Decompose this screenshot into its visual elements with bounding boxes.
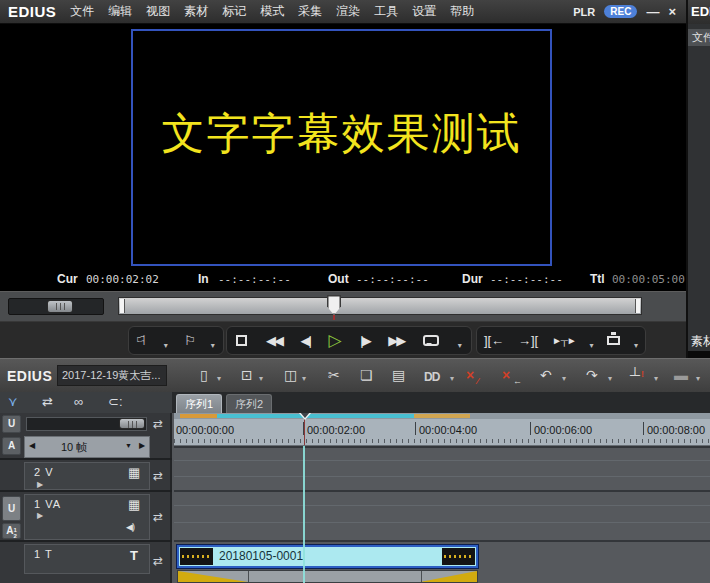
next-frame-icon[interactable]: |▶ [360,334,369,347]
timeline-tracks[interactable]: 20180105-0001 [174,446,710,583]
paste-icon[interactable]: ▤ [392,367,405,383]
menu-edit[interactable]: 编辑 [108,3,132,20]
ruler-tick-label: 00:00:08:00 [647,424,705,436]
shuttle-slider[interactable] [8,298,104,315]
loop-dropdown-icon[interactable]: ▾ [458,341,462,350]
expand-track-icon[interactable]: ▶ [37,480,43,489]
sync-lock-1t-icon[interactable]: ⇄ [153,554,163,568]
grip-lines-icon [128,421,137,428]
tab-sequence-1[interactable]: 序列1 [176,394,222,413]
timeline-body: U ⇄ A ◀ 10 帧 ▼ ▶ 2 V ▶ ▦ [0,413,710,583]
sync-lock-1va-icon[interactable]: ⇄ [153,510,163,524]
tab-sequence-2[interactable]: 序列2 [226,394,272,413]
menu-mode[interactable]: 模式 [260,3,284,20]
export-dropdown-icon[interactable]: ▾ [634,341,638,350]
new-sequence-icon[interactable]: ▯ [200,367,208,383]
va-video-mute-button[interactable]: U [2,496,21,521]
ruler-major-tick [643,422,644,435]
menu-capture[interactable]: 采集 [298,3,322,20]
track-header-1va[interactable]: U A12 1 VA ▶ ▦ ◀) ⇄ [0,490,172,540]
loop-playback-icon[interactable] [423,335,439,346]
play-icon[interactable]: ▷ [329,334,342,347]
ripple-sync-icon[interactable]: ⇄ [153,417,163,431]
previous-frame-icon[interactable]: ◀| [301,334,310,347]
undo-dropdown-icon[interactable]: ▾ [562,374,566,383]
fast-forward-icon[interactable]: ▶▶ [388,334,404,347]
track-header-1t[interactable]: 1 T T ⇄ [0,540,172,583]
va-audio-channel-button[interactable]: A12 [2,523,21,539]
redo-dropdown-icon[interactable]: ▾ [608,374,612,383]
minimize-button[interactable]: — [646,5,659,18]
menu-file[interactable]: 文件 [70,3,94,20]
scale-next-icon[interactable]: ▶ [139,441,145,450]
add-between-dropdown-icon[interactable]: ▾ [450,374,454,383]
stop-icon[interactable] [236,335,247,346]
plr-mode-button[interactable]: PLR [573,6,595,18]
open-project-icon[interactable]: ⊡ [241,367,253,383]
sync-lock-2v-icon[interactable]: ⇄ [153,469,163,483]
title-mixer-strip[interactable] [177,570,478,583]
play-around-cursor-icon[interactable]: ►┬► [552,334,576,347]
expand-track-icon[interactable]: ▶ [37,511,43,520]
menu-view[interactable]: 视图 [146,3,170,20]
rec-mode-button[interactable]: REC [604,5,637,18]
menu-settings[interactable]: 设置 [412,3,436,20]
cut-icon[interactable]: ✂ [328,367,340,383]
goto-in-point-icon[interactable]: ][← [484,334,504,347]
scale-selector-row: A ◀ 10 帧 ▼ ▶ [0,436,172,458]
new-dropdown-icon[interactable]: ▾ [217,374,221,383]
track-patch-icon[interactable]: ⋎ [8,394,18,409]
menu-marker[interactable]: 标记 [222,3,246,20]
timeline-zoom-slider[interactable] [26,417,147,431]
playhead-marker[interactable] [291,413,319,420]
menu-render[interactable]: 渲染 [336,3,360,20]
trim-dropdown-icon[interactable]: ▾ [696,374,700,383]
ripple-delete-x-icon[interactable]: × [466,367,474,383]
add-between-icon[interactable]: DD [424,369,439,385]
title-clip[interactable]: 20180105-0001 [177,545,478,568]
timeline-scale-selector[interactable]: ◀ 10 帧 ▼ ▶ [24,436,150,458]
add-cut-point-icon[interactable]: ┴ [630,367,640,383]
seek-bar[interactable] [118,297,642,315]
undo-icon[interactable]: ↶ [540,367,552,383]
menu-clip[interactable]: 素材 [184,3,208,20]
set-out-dropdown-icon[interactable]: ▾ [211,341,215,350]
save-project-icon[interactable]: ◫ [284,367,297,383]
seekbar-playhead-tick [333,315,335,320]
track-name-1va: 1 VA [34,498,61,510]
ripple-mode-icon[interactable]: ∞ [74,394,83,409]
delete-in-out-x-icon[interactable]: × [502,367,510,383]
video-track-icon: ▦ [128,465,140,480]
zoom-slider-handle[interactable] [119,418,145,429]
set-in-flag-icon[interactable]: ⚐ [137,334,147,347]
add-cut-dropdown-icon[interactable]: ▾ [654,374,658,383]
menu-help[interactable]: 帮助 [450,3,474,20]
rewind-icon[interactable]: ◀◀ [266,334,282,347]
redo-icon[interactable]: ↷ [586,367,598,383]
shuttle-handle[interactable] [47,300,73,313]
sync-mode-icon[interactable]: ⇄ [42,394,53,409]
close-button[interactable]: × [668,5,676,18]
copy-icon[interactable]: ❏ [360,367,373,383]
video-mute-button[interactable]: U [2,415,21,433]
dur-timecode: --:--:--:-- [490,273,563,286]
set-out-flag-icon[interactable]: ⚐ [184,334,194,347]
export-icon[interactable] [607,336,620,345]
menu-tools[interactable]: 工具 [374,3,398,20]
goto-out-point-icon[interactable]: →][ [518,334,538,347]
in-label: In [198,272,209,286]
set-in-dropdown-icon[interactable]: ▾ [164,341,168,350]
scale-dropdown-icon[interactable]: ▼ [125,442,132,449]
speaker-icon[interactable]: ◀) [126,522,134,532]
track-header-2v[interactable]: 2 V ▶ ▦ ⇄ [0,458,172,490]
save-dropdown-icon[interactable]: ▾ [302,374,306,383]
open-dropdown-icon[interactable]: ▾ [259,374,263,383]
trim-mode-icon[interactable]: ▬ [674,367,688,383]
bin-window-menu-file[interactable]: 文件 [688,29,710,46]
playhead-line[interactable] [303,446,305,583]
scale-prev-icon[interactable]: ◀ [29,441,35,450]
timeline-ruler[interactable]: 00:00:00:00 00:00:02:00 00:00:04:00 00:0… [174,419,710,446]
audio-mute-button[interactable]: A [2,437,21,455]
snap-magnet-icon[interactable]: ⊂: [108,394,123,409]
play-around-dropdown-icon[interactable]: ▾ [590,341,594,350]
